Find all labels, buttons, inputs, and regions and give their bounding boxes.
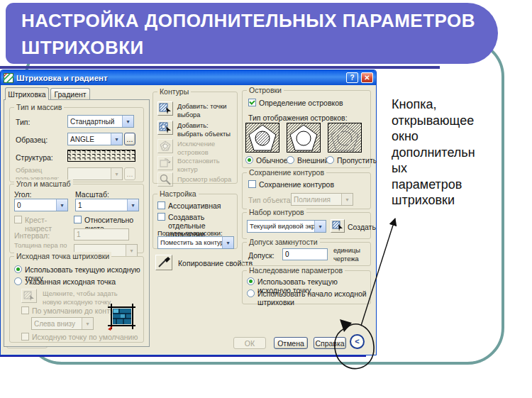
checkbox-box xyxy=(157,201,165,209)
boundary-set-value: Текущий видовой экран xyxy=(248,223,314,230)
angle-select[interactable]: 0 ▾ xyxy=(14,199,68,211)
object-type-select: Полилиния ▾ xyxy=(291,193,353,206)
ok-button: ОК xyxy=(233,337,266,349)
tab-gradient[interactable]: Градиент xyxy=(50,88,90,100)
checkbox-box xyxy=(74,216,82,223)
more-options-button[interactable]: < xyxy=(350,334,365,349)
cancel-button[interactable]: Отмена xyxy=(274,337,308,349)
associative-label: Ассоциативная xyxy=(168,201,221,210)
group-hatch-origin-label: Исходная точка штриховки xyxy=(14,252,111,261)
draw-order-select[interactable]: Поместить за контуром ▾ xyxy=(157,236,234,249)
annotation-line: параметров xyxy=(392,177,491,193)
add-pick-points-label: Добавить: точки выбора xyxy=(177,102,234,119)
retain-boundaries-checkbox[interactable]: Сохранение контуров xyxy=(248,180,362,189)
island-style-ignore-radio[interactable]: Пропустить xyxy=(326,156,370,165)
island-display-label: Тип отображения островков: xyxy=(248,114,348,122)
crosshatch-label: Крест-накрест xyxy=(25,216,71,233)
group-boundary-retention: Сохранение контуров Сохранение контуров … xyxy=(242,172,371,209)
island-detection-checkbox[interactable]: Определение островков xyxy=(248,99,362,107)
slide: НАСТРОЙКА ДОПОЛНИТЕЛЬНЫХ ПАРАМЕТРОВ ШТРИ… xyxy=(0,0,532,398)
group-boundaries: Контуры Добавить: точки выбора Добавить:… xyxy=(153,92,238,184)
origin-position-value: Слева внизу xyxy=(32,320,82,328)
remove-islands-button xyxy=(157,139,173,153)
chevron-down-icon[interactable]: ▾ xyxy=(127,199,138,211)
close-icon[interactable]: ✕ xyxy=(361,72,373,83)
view-selections-button xyxy=(157,172,173,187)
set-origin-icon xyxy=(23,291,35,301)
chevron-down-icon[interactable]: ▾ xyxy=(314,221,326,232)
chevron-down-icon: ▾ xyxy=(82,318,93,329)
annotation-line: дополнительн xyxy=(392,145,491,161)
remove-islands-icon xyxy=(159,140,172,152)
retain-boundaries-label: Сохранение контуров xyxy=(259,180,334,189)
group-islands: Островки Определение островков Тип отобр… xyxy=(242,90,371,168)
radio-dot xyxy=(287,156,294,164)
draw-order-value: Поместить за контуром xyxy=(158,239,222,246)
slide-title-banner: НАСТРОЙКА ДОПОЛНИТЕЛЬНЫХ ПАРАМЕТРОВ ШТРИ… xyxy=(6,3,498,64)
add-pick-points-button[interactable] xyxy=(157,101,173,116)
dialog-title: Штриховка и градиент xyxy=(16,74,343,82)
view-selections-label: Просмотр набора xyxy=(177,175,234,184)
island-style-outer-preview xyxy=(287,123,321,153)
origin-position-select: Слева внизу ▾ xyxy=(31,317,94,330)
island-style-outer-label: Внешний xyxy=(297,156,329,165)
specified-origin-radio[interactable]: Указанная исходная точка xyxy=(14,277,142,286)
add-pick-points-icon xyxy=(159,103,172,114)
island-style-ignore-preview xyxy=(328,123,362,153)
group-inherit-options-label: Наследование параметров xyxy=(247,266,345,275)
group-hatch-origin: Исходная точка штриховки Использовать те… xyxy=(9,256,144,343)
title-underline-highlight xyxy=(440,66,472,69)
hatch-gradient-dialog: Штриховка и градиент ? ✕ Штриховка Гради… xyxy=(0,70,377,355)
group-inherit-options: Наследование параметров Использовать тек… xyxy=(242,270,371,304)
recreate-boundary-label: Восстановить контур xyxy=(177,157,234,174)
pattern-browse-button[interactable]: ... xyxy=(124,133,135,145)
island-style-outer-radio[interactable]: Внешний xyxy=(287,156,325,165)
group-boundary-set-label: Набор контуров xyxy=(247,208,306,217)
radio-dot xyxy=(247,289,255,297)
group-angle-scale-label: Угол и масштаб xyxy=(14,179,73,189)
remove-islands-label: Исключение островков xyxy=(177,140,234,157)
island-style-normal-preview xyxy=(245,123,279,153)
chevron-down-icon: ▾ xyxy=(126,245,137,256)
chevron-down-icon[interactable]: ▾ xyxy=(222,237,233,248)
type-select[interactable]: Стандартный ▾ xyxy=(67,115,134,128)
scale-label: Масштаб: xyxy=(75,190,109,199)
group-type-pattern-label: Тип и массив xyxy=(14,103,64,112)
angle-select-value: 0 xyxy=(15,201,56,209)
island-style-ignore-label: Пропустить xyxy=(337,156,377,165)
group-gap-tolerance-label: Допуск замкнутости xyxy=(247,238,320,247)
pattern-swatch xyxy=(67,150,135,162)
group-boundary-set: Набор контуров Текущий видовой экран ▾ С… xyxy=(242,212,371,239)
new-boundary-set-icon xyxy=(332,221,343,231)
radio-dot xyxy=(245,156,253,164)
add-select-objects-button[interactable] xyxy=(157,121,173,135)
spacing-input xyxy=(74,228,129,241)
chevron-down-icon[interactable]: ▾ xyxy=(122,116,133,127)
dialog-help-icon[interactable]: ? xyxy=(346,72,358,83)
tolerance-input[interactable] xyxy=(282,248,328,260)
island-style-normal-radio[interactable]: Обычное xyxy=(245,156,285,165)
store-default-origin-label: Исходную точку по умолчанию xyxy=(32,333,138,341)
scale-select[interactable]: 1 ▾ xyxy=(75,199,139,211)
chevron-down-icon[interactable]: ▾ xyxy=(111,133,122,145)
origin-preview-icon xyxy=(106,302,136,331)
structure-label: Структура: xyxy=(16,153,53,162)
tolerance-label: Допуск: xyxy=(248,251,275,260)
associative-checkbox[interactable]: Ассоциативная xyxy=(157,201,234,210)
checkbox-box xyxy=(21,306,29,314)
new-boundary-set-button[interactable] xyxy=(331,219,345,233)
tab-hatch[interactable]: Штриховка xyxy=(5,87,49,100)
specified-origin-label: Указанная исходная точка xyxy=(25,277,116,286)
group-options: Настройка Ассоциативная Создавать отдель… xyxy=(153,194,238,249)
add-select-objects-icon xyxy=(159,122,172,133)
chevron-down-icon[interactable]: ▾ xyxy=(56,199,67,211)
group-boundary-retention-label: Сохранение контуров xyxy=(247,168,326,177)
inherit-source-origin-radio[interactable]: Использовать начало исходной штриховки xyxy=(247,289,370,306)
dialog-titlebar[interactable]: Штриховка и градиент ? ✕ xyxy=(1,70,376,85)
custom-pattern-browse-button: ... xyxy=(124,167,135,180)
inherit-properties-button[interactable] xyxy=(155,255,172,270)
inherit-properties-icon xyxy=(157,256,171,269)
help-button[interactable]: Справка xyxy=(314,337,346,349)
boundary-set-select[interactable]: Текущий видовой экран ▾ xyxy=(247,220,326,233)
pattern-select[interactable]: ANGLE ▾ xyxy=(67,133,123,145)
